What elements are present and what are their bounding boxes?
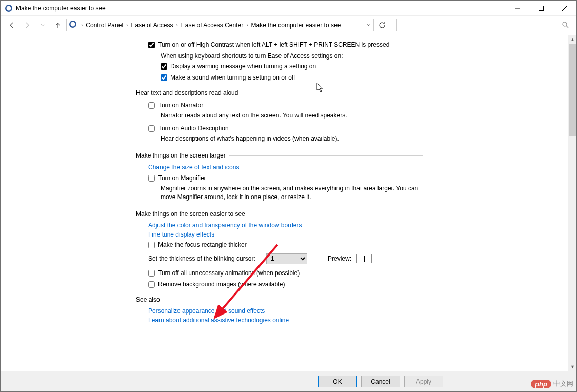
label-cursor-thickness: Set the thickness of the blinking cursor… xyxy=(148,255,261,262)
row-highcontrast: Turn on or off High Contrast when left A… xyxy=(148,39,425,50)
search-icon xyxy=(562,21,569,30)
maximize-button[interactable] xyxy=(529,1,553,16)
apply-button[interactable]: Apply xyxy=(404,376,443,387)
checkbox-highcontrast[interactable] xyxy=(148,42,155,48)
label-warn: Display a warning message when turning a… xyxy=(170,63,316,70)
checkbox-focus-rect[interactable] xyxy=(148,242,155,248)
desc-narrator: Narrator reads aloud any text on the scr… xyxy=(161,111,427,123)
crumb-ease-of-access[interactable]: Ease of Access xyxy=(130,22,174,29)
scroll-up-icon[interactable]: ▲ xyxy=(568,35,576,44)
window-title: Make the computer easier to see xyxy=(16,5,106,12)
link-adjust-color[interactable]: Adjust the color and transparency of the… xyxy=(148,221,302,230)
watermark: php 中文网 xyxy=(531,379,573,388)
search-input[interactable] xyxy=(396,19,572,31)
crumb-ease-center[interactable]: Ease of Access Center xyxy=(180,22,244,29)
row-magnifier: Turn on Magnifier xyxy=(148,172,425,184)
subhead-shortcuts: When using keyboard shortcuts to turn Ea… xyxy=(161,50,576,61)
checkbox-warn[interactable] xyxy=(161,63,167,70)
minimize-button[interactable] xyxy=(506,1,529,16)
address-dropdown[interactable] xyxy=(363,22,373,29)
watermark-badge: php xyxy=(531,380,551,388)
checkbox-remove-bg[interactable] xyxy=(148,281,155,288)
crumb-control-panel[interactable]: Control Panel xyxy=(85,22,124,29)
label-sound: Make a sound when turning a setting on o… xyxy=(170,74,295,81)
row-audio-desc: Turn on Audio Description xyxy=(148,123,425,134)
window-controls xyxy=(506,1,576,16)
cancel-button[interactable]: Cancel xyxy=(361,376,400,387)
footer: OK Cancel Apply xyxy=(1,371,576,391)
watermark-text: 中文网 xyxy=(553,379,573,388)
svg-point-8 xyxy=(563,22,567,26)
forward-button[interactable] xyxy=(20,18,34,32)
label-remove-bg: Remove background images (where availabl… xyxy=(158,281,285,288)
checkbox-animations[interactable] xyxy=(148,270,155,277)
svg-point-7 xyxy=(71,22,75,27)
row-cursor-thickness: Set the thickness of the blinking cursor… xyxy=(148,250,576,267)
crumb-current[interactable]: Make the computer easier to see xyxy=(250,22,342,29)
link-change-size[interactable]: Change the size of text and icons xyxy=(148,162,239,172)
label-preview: Preview: xyxy=(328,255,351,262)
row-focus-rect: Make the focus rectangle thicker xyxy=(148,239,425,250)
select-cursor-thickness[interactable]: 1 xyxy=(266,253,307,264)
svg-rect-3 xyxy=(539,6,544,10)
checkbox-sound[interactable] xyxy=(161,74,167,81)
label-focus-rect: Make the focus rectangle thicker xyxy=(158,241,247,248)
preview-box xyxy=(356,254,372,263)
close-button[interactable] xyxy=(553,1,576,16)
app-icon xyxy=(5,4,13,12)
section-hear: Hear text and descriptions read aloud xyxy=(136,89,423,96)
label-narrator: Turn on Narrator xyxy=(158,102,203,109)
scrollbar[interactable]: ▲ ▼ xyxy=(568,35,576,371)
label-animations: Turn off all unnecessary animations (whe… xyxy=(158,269,300,277)
chevron-right-icon: › xyxy=(79,22,85,28)
scroll-down-icon[interactable]: ▼ xyxy=(568,362,576,371)
row-animations: Turn off all unnecessary animations (whe… xyxy=(148,267,425,279)
checkbox-audio-desc[interactable] xyxy=(148,125,155,132)
checkbox-magnifier[interactable] xyxy=(148,175,155,182)
label-magnifier: Turn on Magnifier xyxy=(158,174,206,182)
section-see-also: See also xyxy=(136,296,423,303)
link-personalize[interactable]: Personalize appearance and sound effects xyxy=(148,306,265,316)
desc-magnifier: Magnifier zooms in anywhere on the scree… xyxy=(161,184,427,204)
label-highcontrast: Turn on or off High Contrast when left A… xyxy=(158,41,389,48)
ok-button[interactable]: OK xyxy=(318,376,357,387)
row-sound: Make a sound when turning a setting on o… xyxy=(161,72,437,83)
row-narrator: Turn on Narrator xyxy=(148,100,425,111)
row-warn: Display a warning message when turning a… xyxy=(161,61,437,72)
link-assistive-tech[interactable]: Learn about additional assistive technol… xyxy=(148,316,289,325)
content-area: Turn on or off High Contrast when left A… xyxy=(1,35,576,371)
refresh-button[interactable] xyxy=(375,19,389,31)
titlebar: Make the computer easier to see xyxy=(1,1,576,16)
chevron-right-icon: › xyxy=(124,22,130,28)
link-fine-tune[interactable]: Fine tune display effects xyxy=(148,230,214,239)
checkbox-narrator[interactable] xyxy=(148,102,155,109)
label-audio-desc: Turn on Audio Description xyxy=(158,125,229,132)
address-icon xyxy=(69,20,77,30)
chevron-right-icon: › xyxy=(174,22,180,28)
caret-preview xyxy=(364,256,365,262)
up-button[interactable] xyxy=(51,18,65,32)
back-button[interactable] xyxy=(5,18,19,32)
chevron-right-icon: › xyxy=(244,22,250,28)
navbar: › Control Panel › Ease of Access › Ease … xyxy=(1,16,576,34)
recent-dropdown[interactable] xyxy=(35,18,50,32)
section-larger: Make things on the screen larger xyxy=(136,152,423,159)
section-easier: Make things on the screen easier to see xyxy=(136,210,423,218)
desc-audio: Hear descriptions of what's happening in… xyxy=(161,134,427,146)
scrollbar-thumb[interactable] xyxy=(569,44,576,136)
svg-line-9 xyxy=(566,26,568,28)
address-bar[interactable]: › Control Panel › Ease of Access › Ease … xyxy=(66,19,374,31)
row-remove-bg: Remove background images (where availabl… xyxy=(148,279,425,290)
